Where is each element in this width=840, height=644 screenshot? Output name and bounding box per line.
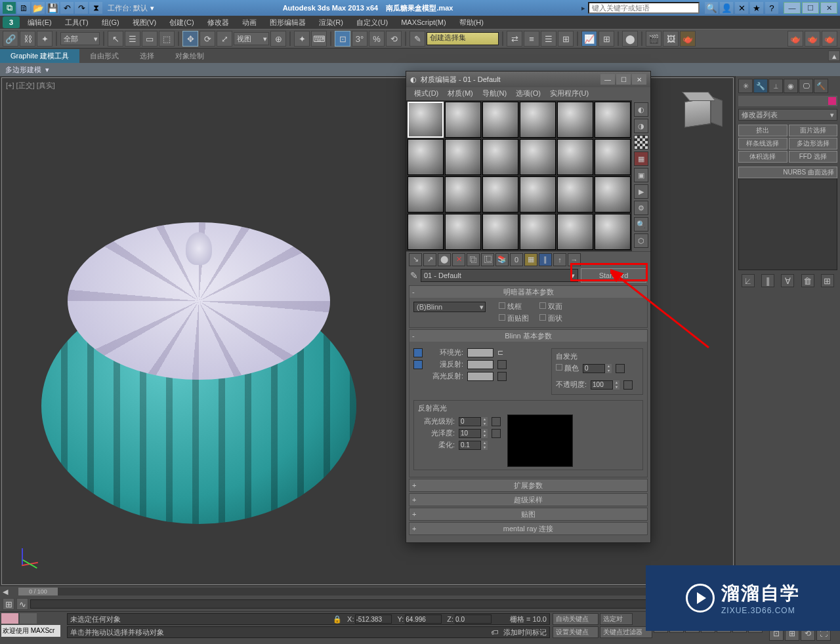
modbtn-extrude[interactable]: 挤出 [738, 125, 788, 136]
named-sel-edit-icon[interactable]: ✎ [410, 31, 425, 47]
rollout-mentalray[interactable]: +mental ray 连接 [409, 522, 648, 535]
modbtn-volsel[interactable]: 体积选择 [738, 151, 788, 163]
soften-spinner[interactable]: ▴▾ [459, 441, 488, 450]
show-map-icon[interactable]: ▦ [524, 253, 537, 266]
rollout-shader-head[interactable]: -明暗器基本参数 [410, 286, 647, 298]
menu-views[interactable]: 视图(V) [127, 16, 162, 29]
curve-editor-icon[interactable]: 📈 [581, 31, 597, 47]
move-icon[interactable]: ✥ [182, 31, 198, 47]
object-color-swatch[interactable] [828, 97, 836, 105]
preview-icon[interactable]: ▶ [634, 184, 648, 199]
material-slot[interactable] [557, 102, 593, 138]
put-to-lib-icon[interactable]: 📚 [495, 253, 509, 266]
diffuse-map-button[interactable] [497, 360, 507, 369]
ribbon-tab-graphite[interactable]: Graphite 建模工具 [0, 49, 79, 63]
rollout-blinn-head[interactable]: -Blinn 基本参数 [410, 330, 647, 342]
schematic-icon[interactable]: ⊞ [598, 31, 614, 47]
select-icon[interactable]: ↖ [108, 31, 123, 47]
ribbon-tab-selection[interactable]: 选择 [129, 49, 165, 63]
material-slot[interactable] [445, 214, 481, 250]
render-setup-icon[interactable]: 🎬 [646, 31, 662, 47]
save-icon[interactable]: 💾 [46, 2, 59, 14]
pick-icon[interactable]: ✎ [410, 270, 418, 281]
me-menu-navigate[interactable]: 导航(N) [478, 87, 511, 100]
signin-icon[interactable]: 👤 [720, 2, 733, 14]
go-parent-icon[interactable]: ↑ [553, 253, 566, 266]
speclevel-spinner[interactable]: ▴▾ [459, 417, 488, 426]
specular-map-button[interactable] [497, 372, 507, 381]
me-menu-mode[interactable]: 模式(D) [410, 87, 442, 100]
snap-icon[interactable]: ⊡ [335, 31, 350, 47]
twosided-checkbox[interactable]: 双面 [539, 302, 562, 312]
close-button[interactable]: ✕ [820, 2, 837, 14]
gloss-spinner[interactable]: ▴▾ [459, 429, 488, 438]
trackbar-toggle-icon[interactable]: ⊞ [3, 598, 14, 610]
material-slot[interactable] [520, 102, 556, 138]
opacity-spinner[interactable]: ▴▾ [591, 380, 620, 390]
bind-icon[interactable]: ✦ [37, 31, 52, 47]
faceted-checkbox[interactable]: 面状 [539, 313, 562, 323]
shader-dropdown[interactable]: (B)Blinn [413, 302, 486, 312]
config-icon[interactable]: ⊞ [821, 274, 834, 287]
keyfilter-button[interactable]: 关键点过滤器 [600, 626, 652, 638]
material-slot[interactable] [482, 102, 518, 138]
material-slot[interactable] [445, 102, 481, 138]
rollout-maps[interactable]: +贴图 [409, 508, 648, 521]
material-slot[interactable] [520, 139, 556, 175]
add-time-tag[interactable]: 添加时间标记 [503, 627, 547, 637]
select-rect-icon[interactable]: ▭ [142, 31, 158, 47]
selfillum-spinner[interactable]: ▴▾ [583, 364, 612, 373]
video-check-icon[interactable]: ▣ [634, 168, 648, 182]
create-tab-icon[interactable]: ✳ [738, 79, 753, 93]
viewcube[interactable] [679, 92, 719, 131]
unique-icon[interactable]: ∀ [781, 274, 794, 287]
teapot1-icon[interactable]: 🫖 [788, 31, 803, 47]
me-minimize-button[interactable]: — [600, 74, 615, 85]
remove-mod-icon[interactable]: 🗑 [801, 274, 814, 287]
setkey-button[interactable]: 设置关键点 [553, 626, 598, 638]
menu-group[interactable]: 组(G) [96, 16, 125, 29]
app-icon[interactable]: 3 [3, 16, 20, 28]
menu-maxscript[interactable]: MAXScript(M) [396, 17, 451, 28]
material-editor-icon[interactable]: ⬤ [622, 31, 638, 47]
ribbon-tab-paint[interactable]: 对象绘制 [165, 49, 215, 63]
help-search-input[interactable] [588, 2, 700, 14]
coord-y-input[interactable] [405, 614, 442, 624]
spinner-snap-icon[interactable]: ⟲ [386, 31, 402, 47]
named-selection-input[interactable]: 创建选择集 [427, 32, 499, 45]
modbtn-ffdsel[interactable]: FFD 选择 [789, 151, 838, 163]
material-type-button[interactable]: Standard [581, 268, 646, 283]
time-thumb[interactable]: 0 / 100 [18, 588, 58, 595]
teapot2-icon[interactable]: 🫖 [805, 31, 820, 47]
minimize-button[interactable]: — [784, 2, 801, 14]
render-frame-icon[interactable]: 🖼 [663, 31, 679, 47]
ambient-swatch[interactable] [467, 348, 494, 357]
modbtn-splinesel[interactable]: 样条线选择 [738, 138, 788, 150]
material-slot[interactable] [520, 214, 556, 250]
infocenter-icon[interactable]: 🔍 [705, 2, 718, 14]
material-slot[interactable] [445, 139, 481, 175]
wire-checkbox[interactable]: 线框 [499, 302, 529, 312]
menu-animation[interactable]: 动画 [237, 16, 262, 29]
backlight-icon[interactable]: ◑ [634, 119, 648, 133]
modifier-stack[interactable] [738, 178, 837, 270]
lock-ambient-icon[interactable] [413, 348, 423, 357]
material-slot[interactable] [557, 214, 593, 250]
me-menu-options[interactable]: 选项(O) [512, 87, 545, 100]
lock-icon[interactable]: ⊏ [497, 348, 503, 357]
angle-snap-icon[interactable]: 3° [352, 31, 368, 47]
select-name-icon[interactable]: ☰ [125, 31, 140, 47]
coord-z-input[interactable] [455, 614, 492, 624]
me-maximize-button[interactable]: ☐ [616, 74, 631, 85]
redo-icon[interactable]: ↷ [75, 2, 88, 14]
specular-swatch[interactable] [467, 372, 494, 381]
menu-edit[interactable]: 编辑(E) [22, 16, 57, 29]
diffuse-swatch[interactable] [467, 360, 494, 369]
modifier-list-dropdown[interactable]: 修改器列表 ▾ [738, 109, 837, 121]
coord-x-input[interactable] [355, 614, 392, 624]
material-slot[interactable] [557, 176, 593, 212]
material-slot[interactable] [595, 176, 631, 212]
me-menu-material[interactable]: 材质(M) [444, 87, 477, 100]
modify-tab-icon[interactable]: 🔧 [753, 79, 768, 93]
rollout-extended[interactable]: +扩展参数 [409, 479, 648, 492]
